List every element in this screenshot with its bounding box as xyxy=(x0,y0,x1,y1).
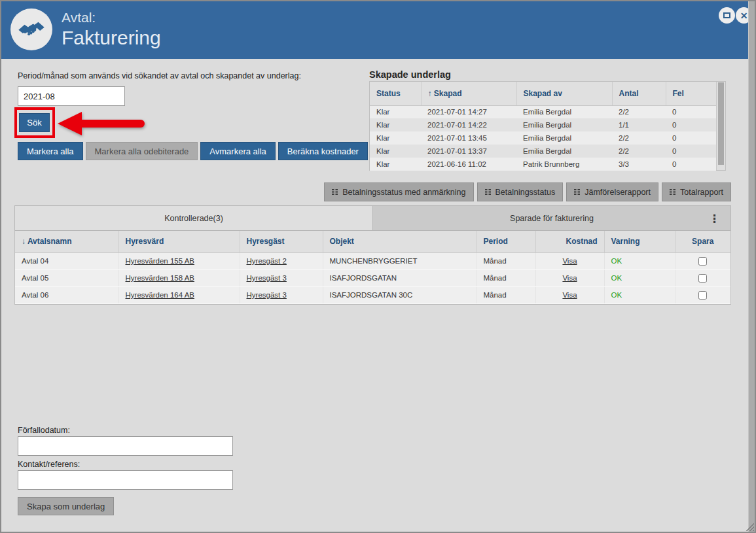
table-row[interactable]: Klar 2021-07-01 13:37 Emilia Bergdal 2/2… xyxy=(370,145,716,158)
table-scrollbar-track[interactable] xyxy=(716,82,725,170)
column-header-hyresvard[interactable]: Hyresvärd xyxy=(118,231,240,252)
titlebar: Avtal: Fakturering ✕ xyxy=(1,1,748,59)
table-row[interactable]: Avtal 05 Hyresvärden 158 AB Hyresgäst 3 … xyxy=(15,269,730,286)
contracts-table: ↓ Avtalsnamn Hyresvärd Hyresgäst Objekt … xyxy=(15,231,730,304)
page-scrollbar-track[interactable] xyxy=(748,1,755,532)
hyresvard-link[interactable]: Hyresvärden 158 AB xyxy=(126,274,194,282)
column-header-objekt[interactable]: Objekt xyxy=(323,231,477,252)
selection-button-row: Markera alla Markera alla odebiterade Av… xyxy=(18,142,368,160)
table-row[interactable]: Klar 2021-06-16 11:02 Patrik Brunnberg 3… xyxy=(370,158,716,171)
skapade-underlag-table: Status ↑ Skapad Skapad av Antal Fel Klar… xyxy=(370,82,716,171)
skapade-underlag-title: Skapade underlag xyxy=(369,69,451,80)
betalningsstatus-med-anmarkning-button[interactable]: Betalningsstatus med anmärkning xyxy=(324,182,473,201)
app-title: Fakturering xyxy=(62,26,161,50)
berakna-kostnader-button[interactable]: Beräkna kostnader xyxy=(278,142,368,160)
hyresgast-link[interactable]: Hyresgäst 3 xyxy=(247,274,287,282)
varning-status: OK xyxy=(611,291,622,299)
column-header-hyresgast[interactable]: Hyresgäst xyxy=(240,231,323,252)
spara-checkbox[interactable] xyxy=(698,274,707,283)
sok-button[interactable]: Sök xyxy=(19,113,50,132)
varning-status: OK xyxy=(611,257,622,265)
table-row[interactable]: Klar 2021-07-01 13:45 Emilia Bergdal 2/2… xyxy=(370,131,716,145)
contracts-table-panel: ↓ Avtalsnamn Hyresvärd Hyresgäst Objekt … xyxy=(14,230,731,305)
list-icon xyxy=(574,188,580,196)
table-row[interactable]: Klar 2021-07-01 14:22 Emilia Bergdal 1/1… xyxy=(370,118,716,131)
period-input[interactable] xyxy=(18,86,125,106)
column-header-period[interactable]: Period xyxy=(477,231,535,252)
tab-sparade-for-fakturering[interactable]: Sparade för fakturering ⋮ xyxy=(372,206,730,230)
skapade-underlag-panel: Status ↑ Skapad Skapad av Antal Fel Klar… xyxy=(369,81,726,171)
kontakt-referens-input[interactable] xyxy=(18,470,233,490)
table-row[interactable]: Klar 2021-07-01 14:27 Emilia Bergdal 2/2… xyxy=(370,105,716,118)
column-header-status[interactable]: Status xyxy=(370,82,421,105)
markera-alla-odebiterade-button[interactable]: Markera alla odebiterade xyxy=(86,142,198,160)
period-label: Period/månad som används vid sökandet av… xyxy=(18,71,301,80)
forfallodatum-input[interactable] xyxy=(18,436,233,456)
markera-alla-button[interactable]: Markera alla xyxy=(18,142,83,160)
column-header-antal[interactable]: Antal xyxy=(612,82,666,105)
avmarkera-alla-button[interactable]: Avmarkera alla xyxy=(200,142,275,160)
list-icon xyxy=(485,188,491,196)
table-row[interactable]: Avtal 06 Hyresvärden 164 AB Hyresgäst 3 … xyxy=(15,286,730,303)
list-icon xyxy=(670,188,675,196)
column-header-avtalsnamn[interactable]: ↓ Avtalsnamn xyxy=(15,231,118,252)
visa-link[interactable]: Visa xyxy=(562,291,577,299)
column-header-skapad[interactable]: ↑ Skapad xyxy=(421,82,516,105)
list-icon xyxy=(332,188,338,196)
tab-kontrollerade[interactable]: Kontrollerade(3) xyxy=(15,206,372,230)
kebab-menu-icon[interactable]: ⋮ xyxy=(705,211,724,225)
app-window: Avtal: Fakturering ✕ Period/månad som an… xyxy=(0,0,756,533)
column-header-skapad-av[interactable]: Skapad av xyxy=(516,82,612,105)
spara-checkbox[interactable] xyxy=(698,257,707,266)
close-icon: ✕ xyxy=(740,10,748,21)
sort-desc-icon: ↓ xyxy=(22,237,26,246)
arrow-head xyxy=(58,112,82,135)
forfallodatum-label: Förfallodatum: xyxy=(18,426,70,435)
table-row[interactable]: Avtal 04 Hyresvärden 155 AB Hyresgäst 2 … xyxy=(15,252,730,269)
hyresgast-link[interactable]: Hyresgäst 2 xyxy=(247,257,287,265)
app-logo xyxy=(10,9,52,50)
table-scrollbar-thumb[interactable] xyxy=(718,82,724,165)
column-header-kostnad[interactable]: Kostnad xyxy=(535,231,604,252)
column-header-fel[interactable]: Fel xyxy=(666,82,716,105)
column-header-spara[interactable]: Spara xyxy=(675,231,730,252)
column-header-varning[interactable]: Varning xyxy=(604,231,675,252)
maximize-icon xyxy=(723,12,730,18)
report-button-row: Betalningsstatus med anmärkning Betalnin… xyxy=(367,182,731,201)
hyresvard-link[interactable]: Hyresvärden 155 AB xyxy=(126,257,194,265)
varning-status: OK xyxy=(611,274,622,282)
handshake-icon xyxy=(18,14,45,44)
visa-link[interactable]: Visa xyxy=(562,274,577,282)
betalningsstatus-button[interactable]: Betalningsstatus xyxy=(477,182,564,201)
tab-bar: Kontrollerade(3) Sparade för fakturering… xyxy=(14,205,731,230)
visa-link[interactable]: Visa xyxy=(562,257,577,265)
skapa-som-underlag-button[interactable]: Skapa som underlag xyxy=(18,497,114,515)
jamforelserapport-button[interactable]: Jämförelserapport xyxy=(566,182,658,201)
maximize-button[interactable] xyxy=(719,7,735,24)
totalrapport-button[interactable]: Totalrapport xyxy=(662,182,731,201)
hyresgast-link[interactable]: Hyresgäst 3 xyxy=(247,291,287,299)
sort-asc-icon: ↑ xyxy=(428,89,432,98)
spara-checkbox[interactable] xyxy=(698,291,707,300)
kontakt-referens-label: Kontakt/referens: xyxy=(18,460,80,469)
app-title-category: Avtal: xyxy=(62,9,161,26)
arrow-tail xyxy=(81,120,145,128)
hyresvard-link[interactable]: Hyresvärden 164 AB xyxy=(126,291,194,299)
